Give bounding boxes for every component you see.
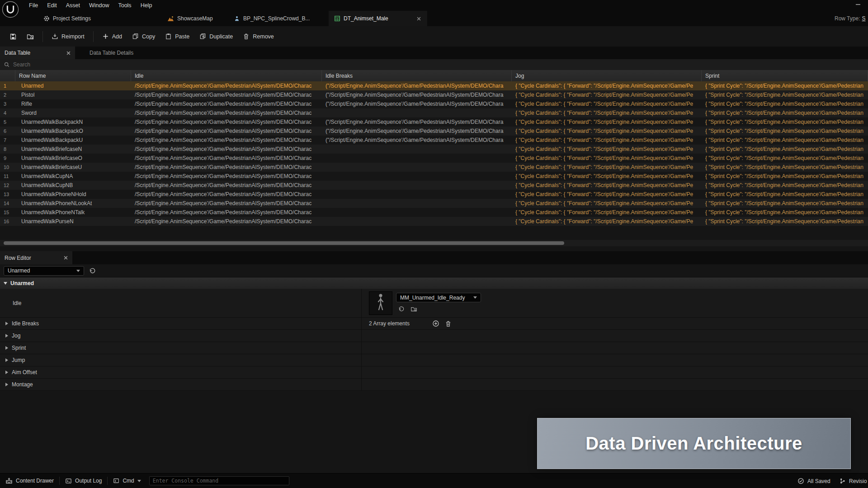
table-row[interactable]: 5 UnarmedWalkBackpackN /Script/Engine.An… [0,117,868,127]
row-type-link[interactable]: S [862,15,865,22]
delete-array-button[interactable] [444,319,453,328]
expand-arrow-icon[interactable] [5,371,8,374]
expand-arrow-icon[interactable] [5,358,8,362]
paste-button[interactable]: Paste [160,26,194,47]
cmd-icon [113,478,119,484]
tab-row-editor[interactable]: Row Editor [0,251,72,264]
cell-sprint: { "Sprint Cycle": "/Script/Engine.AnimSe… [702,117,868,127]
table-row[interactable]: 1 Unarmed /Script/Engine.AnimSequence'/G… [0,81,868,90]
cell-row-name: UnarmedWalkBriefcaseU [15,163,131,172]
table-row[interactable]: 13 UnarmedWalkPhoneNHold /Script/Engine.… [0,190,868,199]
property-row-jog[interactable]: Jog [0,330,868,342]
property-row-jump[interactable]: Jump [0,354,868,366]
column-header-sprint[interactable]: Sprint [702,70,868,81]
menu-item[interactable]: Help [136,0,157,11]
minimize-button[interactable] [855,2,861,7]
property-label: Idle Breaks [12,320,39,327]
expand-arrow-icon[interactable] [5,322,8,325]
row-selector-dropdown[interactable]: Unarmed [4,266,84,276]
menu-item[interactable]: Asset [61,0,85,11]
scrollbar-thumb[interactable] [4,241,564,245]
cell-idle: /Script/Engine.AnimSequence'/Game/Pedest… [131,81,322,90]
tab-bp-npc-splinecrowd[interactable]: BP_NPC_SplineCrowd_B... [228,11,315,26]
table-row[interactable]: 6 UnarmedWalkBackpackO /Script/Engine.An… [0,127,868,136]
save-icon [9,33,17,40]
table-row[interactable]: 9 UnarmedWalkBriefcaseO /Script/Engine.A… [0,154,868,163]
table-row[interactable]: 8 UnarmedWalkBriefcaseN /Script/Engine.A… [0,145,868,154]
tab-data-table-details[interactable]: Data Table Details [81,47,142,59]
table-row[interactable]: 12 UnarmedWalkCupNB /Script/Engine.AnimS… [0,181,868,190]
search-icon [4,61,10,68]
table-row[interactable]: 2 Pistol /Script/Engine.AnimSequence'/Ga… [0,90,868,99]
search-input[interactable] [13,61,868,68]
table-row[interactable]: 14 UnarmedWalkPhoneNLookAt /Script/Engin… [0,199,868,208]
expand-arrow-icon[interactable] [5,346,8,350]
cell-idle-breaks: ("/Script/Engine.AnimSequence'/Game/Pede… [322,117,512,127]
property-row-idle-breaks[interactable]: Idle Breaks 2 Array elements [0,318,868,330]
table-row[interactable]: 4 Sword /Script/Engine.AnimSequence'/Gam… [0,108,868,117]
horizontal-scrollbar[interactable] [0,240,868,246]
output-log-button[interactable]: Output Log [60,474,107,488]
table-body: 1 Unarmed /Script/Engine.AnimSequence'/G… [0,81,868,226]
row-number: 6 [0,127,15,136]
cell-idle: /Script/Engine.AnimSequence'/Game/Pedest… [131,217,322,226]
menu-item[interactable]: Window [85,0,113,11]
table-row[interactable]: 16 UnarmedWalkPurseN /Script/Engine.Anim… [0,217,868,226]
menu-item[interactable]: Edit [42,0,61,11]
cmd-dropdown[interactable]: Cmd [108,474,146,488]
cell-row-name: UnarmedWalkPhoneNLookAt [15,199,131,208]
cell-idle-breaks [322,108,512,117]
plus-circle-icon [432,320,439,327]
reimport-button[interactable]: Reimport [47,26,90,47]
find-in-content-browser-button[interactable] [22,26,39,47]
expand-arrow-icon[interactable] [5,334,8,338]
cell-sprint: { "Sprint Cycle": "/Script/Engine.AnimSe… [702,217,868,226]
undo-button[interactable] [88,267,96,275]
cell-sprint: { "Sprint Cycle": "/Script/Engine.AnimSe… [702,172,868,181]
browse-to-asset-button[interactable] [410,305,418,313]
revision-control-button[interactable]: Revisio [839,474,868,488]
table-row[interactable]: 3 Rifle /Script/Engine.AnimSequence'/Gam… [0,99,868,108]
close-icon[interactable] [416,16,422,22]
column-header-row-name[interactable]: Row Name [15,70,131,81]
close-icon[interactable] [66,51,71,55]
chevron-down-icon [137,480,141,482]
unreal-logo[interactable] [2,1,19,18]
section-header-unarmed[interactable]: Unarmed [0,277,868,289]
add-button[interactable]: Add [97,26,127,47]
column-header-idle-breaks[interactable]: Idle Breaks [322,70,512,81]
save-button[interactable] [5,26,22,47]
add-array-element-button[interactable] [431,319,440,328]
cell-jog: { "Cycle Cardinals": { "Forward": "/Scri… [512,99,702,108]
console-input[interactable] [153,478,286,484]
menu-item[interactable]: Tools [113,0,136,11]
menu-item[interactable]: File [24,0,42,11]
all-saved-status[interactable]: All Saved [792,474,836,488]
close-icon[interactable] [64,256,68,260]
copy-button[interactable]: Copy [127,26,160,47]
property-row-aim-offset[interactable]: Aim Offset [0,366,868,379]
tab-project-settings[interactable]: Project Settings [38,11,96,26]
tab-dt-animset-male[interactable]: DT_Animset_Male [329,11,427,26]
remove-button[interactable]: Remove [238,26,279,47]
property-row-sprint[interactable]: Sprint [0,342,868,354]
content-drawer-button[interactable]: Content Drawer [0,474,59,488]
cell-sprint: { "Sprint Cycle": "/Script/Engine.AnimSe… [702,190,868,199]
collapse-arrow-icon [4,282,7,285]
table-row[interactable]: 10 UnarmedWalkBriefcaseU /Script/Engine.… [0,163,868,172]
column-header-idle[interactable]: Idle [131,70,322,81]
table-row[interactable]: 11 UnarmedWalkCupNA /Script/Engine.AnimS… [0,172,868,181]
idle-asset-dropdown[interactable]: MM_Unarmed_Idle_Ready [396,293,481,302]
cell-idle-breaks: ("/Script/Engine.AnimSequence'/Game/Pede… [322,81,512,90]
tab-data-table[interactable]: Data Table [0,47,75,59]
duplicate-button[interactable]: Duplicate [194,26,238,47]
tab-showcasemap[interactable]: ShowcaseMap [162,11,218,26]
table-row[interactable]: 7 UnarmedWalkBackpackU /Script/Engine.An… [0,136,868,145]
character-thumbnail[interactable] [369,291,392,315]
table-row[interactable]: 15 UnarmedWalkPhoneNTalk /Script/Engine.… [0,208,868,217]
property-row-montage[interactable]: Montage [0,379,868,391]
expand-arrow-icon[interactable] [5,383,8,386]
column-header-jog[interactable]: Jog [512,70,702,81]
use-selected-asset-button[interactable] [397,305,405,313]
cell-row-name: UnarmedWalkPurseN [15,217,131,226]
